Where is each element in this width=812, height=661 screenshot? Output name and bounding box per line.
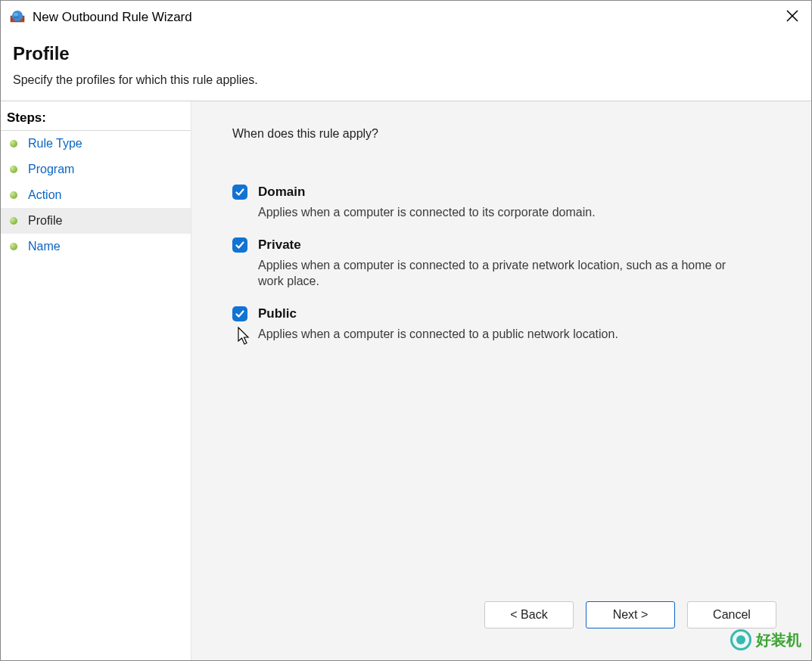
step-action[interactable]: Action (1, 182, 191, 208)
profile-name: Domain (258, 185, 305, 200)
steps-heading: Steps: (1, 107, 191, 131)
step-bullet-icon (10, 243, 17, 250)
steps-sidebar: Steps: Rule Type Program Action Profile … (1, 101, 191, 660)
profile-name: Public (258, 306, 297, 321)
close-button[interactable] (782, 6, 802, 29)
step-rule-type[interactable]: Rule Type (1, 131, 191, 157)
step-bullet-icon (10, 140, 17, 147)
wizard-content: When does this rule apply? Domain Applie… (191, 101, 811, 660)
next-button[interactable]: Next > (586, 601, 675, 628)
checkbox-private[interactable] (232, 237, 247, 253)
step-bullet-icon (10, 217, 17, 225)
profile-name: Private (258, 237, 301, 253)
wizard-button-bar: < Back Next > Cancel (232, 601, 781, 647)
checkbox-domain[interactable] (232, 185, 247, 200)
step-name[interactable]: Name (1, 234, 191, 259)
step-profile[interactable]: Profile (1, 208, 191, 234)
cancel-button[interactable]: Cancel (687, 601, 776, 628)
close-icon (786, 9, 799, 23)
profile-domain: Domain Applies when a computer is connec… (232, 185, 781, 221)
wizard-window: New Outbound Rule Wizard Profile Specify… (0, 0, 812, 661)
back-button[interactable]: < Back (484, 601, 574, 628)
step-bullet-icon (10, 191, 17, 199)
step-label: Profile (28, 214, 62, 228)
profile-private: Private Applies when a computer is conne… (232, 237, 781, 290)
step-program[interactable]: Program (1, 157, 191, 182)
check-icon (235, 187, 245, 197)
profile-desc: Applies when a computer is connected to … (258, 257, 742, 290)
profile-desc: Applies when a computer is connected to … (258, 326, 742, 343)
check-icon (235, 309, 245, 319)
window-title: New Outbound Rule Wizard (33, 10, 782, 25)
checkbox-public[interactable] (232, 306, 247, 321)
page-subtitle: Specify the profiles for which this rule… (13, 73, 799, 87)
step-label: Name (28, 240, 61, 253)
page-title: Profile (13, 43, 799, 64)
step-label: Action (28, 188, 61, 202)
titlebar: New Outbound Rule Wizard (1, 1, 811, 34)
step-label: Rule Type (28, 137, 82, 151)
wizard-header: Profile Specify the profiles for which t… (1, 34, 811, 101)
profile-desc: Applies when a computer is connected to … (258, 204, 742, 221)
step-bullet-icon (10, 166, 17, 173)
svg-point-7 (14, 13, 18, 16)
firewall-app-icon (10, 10, 25, 25)
profile-public: Public Applies when a computer is connec… (232, 306, 781, 343)
content-question: When does this rule apply? (232, 127, 781, 141)
wizard-body: Steps: Rule Type Program Action Profile … (1, 101, 811, 660)
step-label: Program (28, 163, 74, 176)
svg-point-6 (12, 11, 23, 21)
check-icon (235, 240, 245, 250)
